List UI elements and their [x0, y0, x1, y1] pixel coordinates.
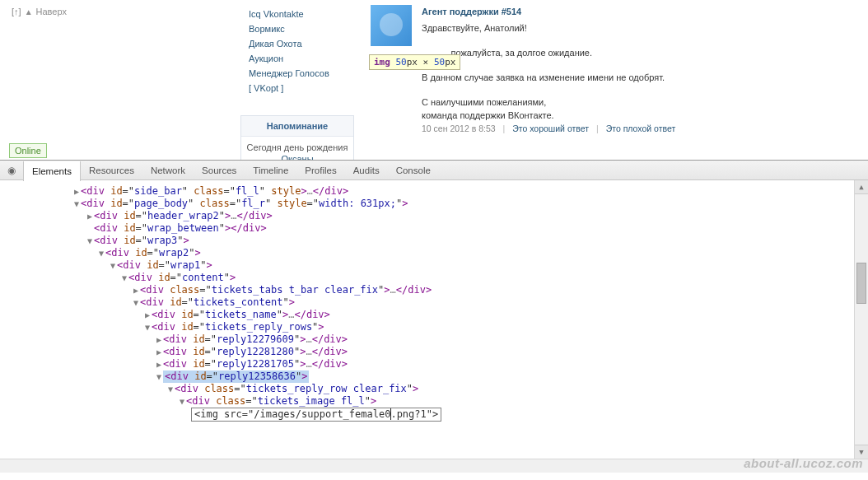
dom-node[interactable]: <div id="tickets_name">…</div> [0, 309, 868, 321]
message-date: 10 сен 2012 в 8:53 [422, 123, 496, 133]
avatar-wrap: img 50px × 50px [371, 5, 412, 46]
dom-node[interactable]: <div id="reply12279609">…</div> [0, 333, 868, 346]
devtools-tab-console[interactable]: Console [388, 161, 439, 180]
collapse-toggle-icon[interactable] [120, 272, 128, 284]
expand-toggle-icon[interactable] [155, 346, 163, 358]
tooltip-px2: px [445, 57, 455, 68]
msg-greeting: Здравствуйте, Анатолий! [422, 21, 840, 35]
msg-p2-tail: , пожалуйста, за долгое ожидание. [446, 48, 592, 58]
tooltip-h: 50 [434, 57, 445, 68]
message-meta: 10 сен 2012 в 8:53 | Это хороший ответ |… [422, 123, 840, 133]
scroll-thumb[interactable] [856, 263, 866, 304]
dom-node[interactable]: <div id="tickets_reply_rows"> [0, 321, 868, 333]
dom-node-editing[interactable]: <img src="/images/support_female0.png?1"… [0, 408, 868, 422]
meta-separator: | [503, 123, 506, 133]
devtools-tab-network[interactable]: Network [142, 161, 194, 180]
collapse-toggle-icon[interactable] [72, 198, 81, 210]
devtools-tab-timeline[interactable]: Timeline [245, 161, 296, 180]
triangle-up-icon: ▲ [25, 7, 33, 16]
dom-node[interactable]: <div id="reply12281705">…</div> [0, 358, 868, 370]
expand-toggle-icon[interactable] [143, 309, 152, 321]
dom-node[interactable]: <div id="header_wrap2">…</div> [0, 210, 868, 222]
collapse-toggle-icon[interactable] [143, 321, 152, 333]
sidebar-link[interactable]: Дикая Охота [244, 36, 359, 51]
dom-node[interactable]: <div id="reply12281280">…</div> [0, 346, 868, 358]
msg-p3: В данном случае заявка на изменение имен… [422, 71, 840, 84]
support-avatar[interactable] [371, 5, 412, 46]
elements-tree[interactable]: <div id="side_bar" class="fl_l" style>…<… [0, 180, 868, 473]
devtools-toolbar: ◉ ElementsResourcesNetworkSourcesTimelin… [0, 161, 868, 180]
vertical-scrollbar[interactable]: ▲ ▼ [854, 180, 868, 459]
devtools-tab-resources[interactable]: Resources [81, 161, 142, 180]
online-badge: Online [9, 143, 47, 158]
good-answer-link[interactable]: Это хороший ответ [512, 123, 589, 133]
devtools-tab-sources[interactable]: Sources [194, 161, 245, 180]
tooltip-tag: img [374, 57, 390, 68]
bad-answer-link[interactable]: Это плохой ответ [606, 123, 676, 133]
devtools-tab-elements[interactable]: Elements [23, 161, 81, 181]
sidebar-link[interactable]: Аукцион [244, 51, 359, 66]
msg-closing-2: команда поддержки ВКонтакте. [422, 110, 554, 120]
dom-node[interactable]: <div id="content"> [0, 272, 868, 284]
scroll-down-button[interactable]: ▼ [855, 445, 868, 459]
devtools-panel: ◉ ElementsResourcesNetworkSourcesTimelin… [0, 161, 868, 473]
dom-node[interactable]: <div id="side_bar" class="fl_l" style>…<… [0, 185, 868, 198]
dom-node[interactable]: <div id="wrap1"> [0, 259, 868, 272]
up-arrow-symbol: [↑] [12, 7, 21, 16]
collapse-toggle-icon[interactable] [166, 383, 175, 395]
page-upper: [↑] ▲ Наверх Icq Vkontakte Вормикс Дикая… [0, 0, 868, 161]
collapse-toggle-icon[interactable] [97, 247, 105, 259]
tooltip-w: 50 [396, 57, 407, 68]
expand-toggle-icon[interactable] [155, 358, 163, 370]
expand-toggle-icon[interactable] [132, 284, 140, 296]
reminder-box: Напоминание Сегодня день рождения Оксаны [240, 115, 354, 161]
attribute-edit-input[interactable]: <img src="/images/support_female0.png?1"… [191, 408, 441, 422]
support-message: img 50px × 50px Агент поддержки #514 Здр… [371, 5, 840, 133]
inspect-toggle-icon[interactable]: ◉ [3, 162, 20, 179]
meta-separator: | [596, 123, 599, 133]
collapse-toggle-icon[interactable] [109, 259, 117, 272]
sidebar-link[interactable]: Icq Vkontakte [244, 7, 359, 21]
tooltip-px: px [407, 57, 418, 68]
back-to-top-link[interactable]: [↑] ▲ Наверх [12, 7, 67, 16]
msg-closing-1: С наилучшими пожеланиями, [422, 97, 546, 107]
dom-node[interactable]: <div id="wrap3"> [0, 235, 868, 247]
sidebar-link[interactable]: Менеджер Голосов [244, 66, 359, 81]
reminder-prefix: Сегодня [247, 142, 282, 152]
dom-node[interactable]: <div class="tickets_reply_row clear_fix"… [0, 383, 868, 395]
devtools-tabs: ElementsResourcesNetworkSourcesTimelineP… [23, 161, 439, 179]
collapse-toggle-icon[interactable] [132, 296, 140, 309]
expand-toggle-icon[interactable] [155, 333, 163, 346]
back-to-top-label: Наверх [36, 7, 67, 16]
dom-node[interactable]: <div id="wrap2"> [0, 247, 868, 259]
dom-node[interactable]: <div id="page_body" class="fl_r" style="… [0, 198, 868, 210]
expand-toggle-icon[interactable] [72, 185, 81, 198]
inspector-size-tooltip: img 50px × 50px [369, 54, 460, 70]
sidebar-link[interactable]: Вормикс [244, 21, 359, 36]
message-body: Агент поддержки #514 Здравствуйте, Анато… [422, 5, 840, 133]
dom-node[interactable]: <div id="wrap_between"></div> [0, 222, 868, 235]
vkopt-link[interactable]: [ VKopt ] [244, 81, 359, 96]
devtools-tab-profiles[interactable]: Profiles [296, 161, 344, 180]
dom-node[interactable]: <div class="tickets_tabs t_bar clear_fix… [0, 284, 868, 296]
reminder-mid: день рождения [282, 142, 348, 152]
expand-toggle-icon[interactable] [86, 210, 94, 222]
message-author-link[interactable]: Агент поддержки #514 [422, 7, 521, 16]
scroll-up-button[interactable]: ▲ [855, 180, 868, 194]
devtools-tab-audits[interactable]: Audits [345, 161, 388, 180]
dom-node[interactable]: <div id="reply12358636"> [0, 370, 868, 383]
collapse-toggle-icon[interactable] [178, 395, 186, 408]
reminder-title: Напоминание [241, 116, 353, 137]
dom-node[interactable]: <div class="tickets_image fl_l"> [0, 395, 868, 408]
horizontal-scrollbar[interactable] [0, 459, 868, 473]
message-text: Здравствуйте, Анатолий! XXXX, пожалуйста… [422, 21, 840, 122]
sidebar-links: Icq Vkontakte Вормикс Дикая Охота Аукцио… [244, 7, 359, 96]
collapse-toggle-icon[interactable] [86, 235, 94, 247]
tooltip-times: × [418, 57, 434, 68]
dom-node[interactable]: <div id="tickets_content"> [0, 296, 868, 309]
reminder-person-link[interactable]: Оксаны [281, 154, 313, 161]
reminder-body: Сегодня день рождения Оксаны [241, 137, 353, 161]
collapse-toggle-icon[interactable] [155, 370, 163, 383]
